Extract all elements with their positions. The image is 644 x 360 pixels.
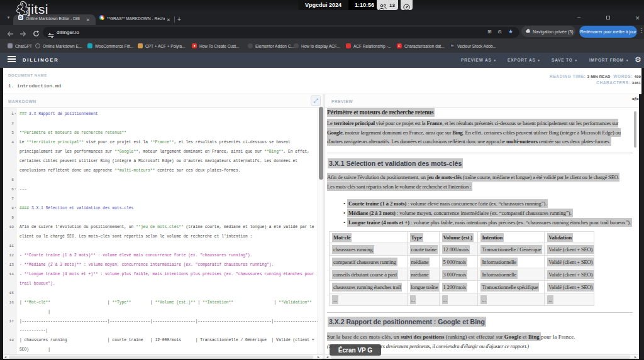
svg-text:jitsi: jitsi — [27, 2, 48, 16]
